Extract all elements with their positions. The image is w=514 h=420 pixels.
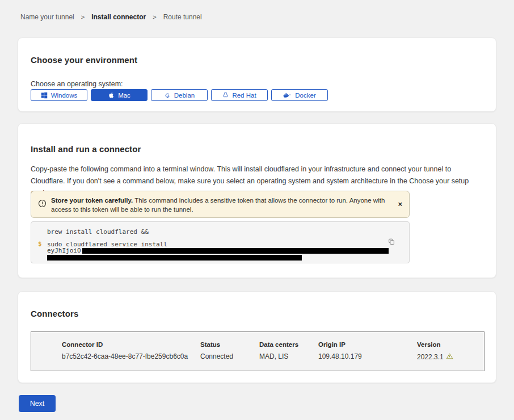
- os-button-label: Red Hat: [232, 92, 256, 99]
- copy-icon[interactable]: [387, 238, 395, 247]
- os-button-windows[interactable]: Windows: [31, 89, 87, 101]
- alert-circle-icon: [38, 199, 47, 210]
- version-value: 2022.3.1: [417, 352, 484, 362]
- token-warning-title: Store your token carefully.: [51, 197, 133, 204]
- install-command-code-block: $ brew install cloudflared && sudo cloud…: [31, 221, 410, 263]
- connector-id-value: b7c52c42-6caa-48ee-8c77-fbe259cb6c0a: [62, 352, 200, 360]
- environment-card-title: Choose your environment: [31, 55, 137, 65]
- table-column-origin-ip: Origin IP 109.48.10.179: [318, 341, 417, 362]
- os-button-debian[interactable]: Debian: [151, 89, 208, 101]
- breadcrumb-item-route-tunnel[interactable]: Route tunnel: [163, 13, 202, 21]
- token-warning-text: Store your token carefully. This command…: [51, 196, 398, 214]
- redhat-icon: [222, 91, 229, 99]
- install-card-title: Install and run a connector: [31, 144, 141, 154]
- os-button-label: Mac: [118, 92, 130, 99]
- redacted-token-bar: [82, 248, 389, 254]
- breadcrumb-separator: >: [153, 14, 156, 20]
- next-button[interactable]: Next: [19, 395, 56, 412]
- data-centers-value: MAD, LIS: [259, 352, 318, 360]
- status-badge: Connected: [200, 352, 259, 360]
- choose-environment-card: Choose your environment Choose an operat…: [18, 37, 496, 112]
- os-button-label: Debian: [174, 92, 195, 99]
- install-connector-card: Install and run a connector Copy-paste t…: [18, 123, 496, 278]
- table-column-connector-id: Connector ID b7c52c42-6caa-48ee-8c77-fbe…: [62, 341, 200, 362]
- breadcrumb-item-install-connector[interactable]: Install connector: [91, 13, 146, 21]
- warning-triangle-icon: [446, 352, 453, 362]
- token-warning-banner: Store your token carefully. This command…: [31, 191, 410, 218]
- debian-swirl-icon: [164, 92, 171, 99]
- code-line-sudo: sudo cloudflared service install: [47, 241, 400, 248]
- origin-ip-value: 109.48.10.179: [318, 352, 417, 360]
- breadcrumb: Name your tunnel > Install connector > R…: [20, 13, 202, 21]
- breadcrumb-item-name-your-tunnel[interactable]: Name your tunnel: [20, 13, 74, 21]
- shell-prompt: $: [38, 241, 42, 247]
- connectors-card-title: Connectors: [31, 309, 78, 318]
- column-header: Version: [417, 341, 484, 348]
- table-column-data-centers: Data centers MAD, LIS: [259, 341, 318, 362]
- redacted-token-bar: [47, 255, 302, 261]
- os-button-label: Windows: [51, 92, 78, 99]
- code-line-token-2: [47, 254, 400, 261]
- breadcrumb-separator: >: [81, 14, 85, 20]
- windows-icon: [41, 92, 48, 99]
- os-select-label: Choose an operating system:: [31, 80, 123, 88]
- code-line-token: eyJhIjoiO: [47, 247, 400, 254]
- column-header: Status: [200, 341, 259, 348]
- column-header: Data centers: [259, 341, 318, 348]
- column-header: Origin IP: [318, 341, 417, 348]
- column-header: Connector ID: [62, 341, 200, 348]
- table-column-status: Status Connected: [200, 341, 259, 362]
- os-button-mac[interactable]: Mac: [91, 89, 148, 101]
- table-column-version: Version 2022.3.1: [417, 341, 484, 362]
- code-line-brew: brew install cloudflared &&: [47, 229, 400, 236]
- connectors-card: Connectors Connector ID b7c52c42-6caa-48…: [18, 291, 496, 383]
- apple-icon: [108, 91, 115, 99]
- os-button-label: Docker: [295, 92, 315, 99]
- os-button-docker[interactable]: Docker: [271, 89, 328, 101]
- connectors-table: Connector ID b7c52c42-6caa-48ee-8c77-fbe…: [31, 331, 484, 371]
- close-icon[interactable]: ×: [398, 200, 402, 208]
- docker-whale-icon: [283, 92, 292, 99]
- os-button-redhat[interactable]: Red Hat: [211, 89, 268, 101]
- os-button-group: Windows Mac Debian Red Hat Docker: [31, 89, 328, 101]
